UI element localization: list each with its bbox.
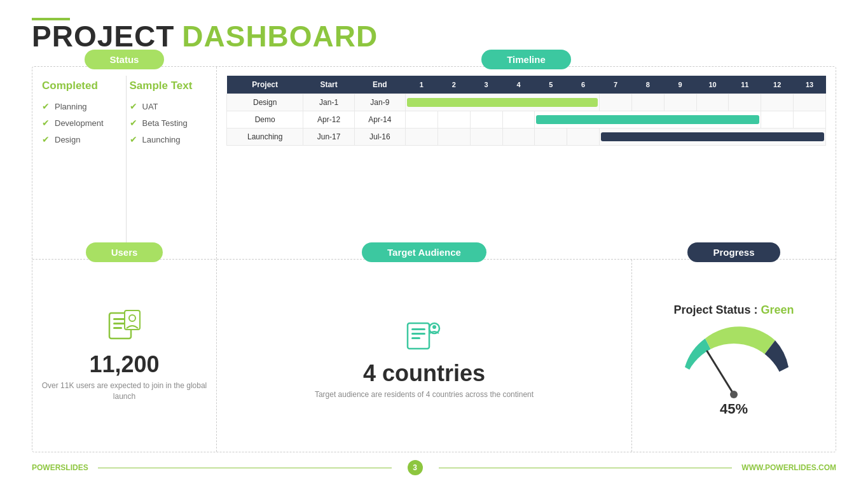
empty-cell	[437, 129, 470, 146]
svg-point-11	[432, 325, 436, 329]
brand-part1: POWER	[32, 463, 60, 472]
list-item: ✔ Design	[42, 134, 123, 144]
empty-cell	[664, 94, 696, 111]
svg-rect-6	[408, 323, 429, 349]
check-icon: ✔	[42, 101, 50, 111]
audience-header: Target Audience	[362, 242, 486, 262]
gantt-bar-cell	[600, 129, 826, 146]
col-m6: 6	[567, 76, 600, 94]
completed-col: Completed ✔ Planning ✔ Development ✔ Des…	[42, 76, 123, 253]
svg-rect-9	[411, 337, 420, 339]
check-icon: ✔	[42, 134, 50, 144]
empty-cell	[631, 94, 664, 111]
col-m12: 12	[761, 76, 794, 94]
brand-part2: SLIDES	[60, 463, 88, 472]
item-label: UAT	[142, 102, 158, 111]
end-date: Jan-9	[354, 94, 405, 111]
empty-cell	[600, 94, 632, 111]
gantt-bar-cell	[535, 111, 761, 129]
project-name: Design	[227, 94, 303, 111]
empty-cell	[729, 94, 761, 111]
item-label: Design	[55, 135, 80, 144]
empty-cell	[470, 111, 502, 129]
empty-cell	[761, 111, 794, 129]
progress-content: Project Status : Green	[632, 262, 836, 452]
empty-cell	[405, 129, 437, 146]
svg-rect-8	[411, 333, 425, 335]
progress-panel: Progress Project Status : Green	[632, 260, 836, 452]
item-label: Planning	[55, 102, 87, 111]
table-row: Launching Jun-17 Jul-16	[227, 129, 826, 146]
empty-cell	[502, 111, 535, 129]
gantt-bar-dark	[601, 132, 824, 141]
col-m2: 2	[437, 76, 470, 94]
footer-page-number: 3	[408, 460, 423, 475]
empty-cell	[405, 111, 437, 129]
col-project: Project	[227, 76, 303, 94]
gantt-bar-cell	[405, 94, 599, 111]
gauge-container: 45%	[664, 324, 804, 417]
empty-cell	[794, 111, 826, 129]
check-icon: ✔	[42, 118, 50, 128]
empty-cell	[696, 94, 729, 111]
item-label: Development	[55, 118, 104, 128]
svg-point-14	[730, 391, 738, 398]
list-item: ✔ Launching	[130, 134, 210, 144]
sample-col: Sample Text ✔ UAT ✔ Beta Testing ✔ Launc…	[130, 76, 210, 253]
col-m11: 11	[729, 76, 761, 94]
gauge-svg	[664, 324, 804, 407]
col-end: End	[354, 76, 405, 94]
table-row: Design Jan-1 Jan-9	[227, 94, 826, 111]
title-dashboard: DASHBOARD	[182, 19, 378, 53]
status-header: Status	[85, 50, 165, 69]
empty-cell	[794, 94, 826, 111]
footer-brand: POWERSLIDES	[32, 463, 88, 472]
col-m5: 5	[535, 76, 567, 94]
project-name: Launching	[227, 129, 303, 146]
status-panel: Status Completed ✔ Planning ✔ Developmen…	[32, 67, 217, 259]
check-icon: ✔	[130, 134, 137, 144]
list-item: ✔ Planning	[42, 101, 123, 111]
list-item: ✔ Beta Testing	[130, 118, 210, 128]
audience-content: 4 countries Target audience are resident…	[217, 262, 631, 452]
top-section: Status Completed ✔ Planning ✔ Developmen…	[32, 67, 836, 260]
users-description: Over 11K users are expected to join in t…	[39, 380, 210, 402]
item-label: Beta Testing	[142, 118, 188, 128]
completed-title: Completed	[42, 80, 123, 92]
col-m13: 13	[794, 76, 826, 94]
svg-rect-4	[125, 310, 140, 330]
footer-line-right	[439, 468, 733, 468]
gantt-bar-green	[407, 98, 598, 107]
status-label-text: Project Status :	[673, 303, 761, 316]
table-row: Demo Apr-12 Apr-14	[227, 111, 826, 129]
empty-cell	[502, 129, 535, 146]
empty-cell	[761, 94, 794, 111]
end-date: Apr-14	[354, 111, 405, 129]
footer: POWERSLIDES 3 WWW.POWERLIDES.COM	[32, 455, 836, 475]
audience-number: 4 countries	[363, 360, 485, 387]
timeline-header: Timeline	[481, 50, 571, 69]
empty-cell	[567, 129, 600, 146]
col-m4: 4	[502, 76, 535, 94]
project-name: Demo	[227, 111, 303, 129]
project-status-label: Project Status : Green	[673, 303, 794, 317]
start-date: Jun-17	[303, 129, 354, 146]
sample-title: Sample Text	[130, 80, 210, 92]
bottom-section: Users 11,200 Over 11K users are expect	[32, 260, 836, 452]
start-date: Apr-12	[303, 111, 354, 129]
end-date: Jul-16	[354, 129, 405, 146]
item-label: Launching	[142, 135, 181, 144]
col-start: Start	[303, 76, 354, 94]
col-m3: 3	[470, 76, 502, 94]
col-m9: 9	[664, 76, 696, 94]
audience-panel: Target Audience 4 countries Target aud	[217, 260, 632, 452]
empty-cell	[437, 111, 470, 129]
users-number: 11,200	[89, 351, 159, 378]
title-project: PROJECT	[32, 19, 174, 53]
check-icon: ✔	[130, 118, 137, 128]
empty-cell	[470, 129, 502, 146]
start-date: Jan-1	[303, 94, 354, 111]
col-m8: 8	[631, 76, 664, 94]
col-m1: 1	[405, 76, 437, 94]
gantt-table: Project Start End 1 2 3 4 5 6 7 8	[226, 76, 826, 146]
